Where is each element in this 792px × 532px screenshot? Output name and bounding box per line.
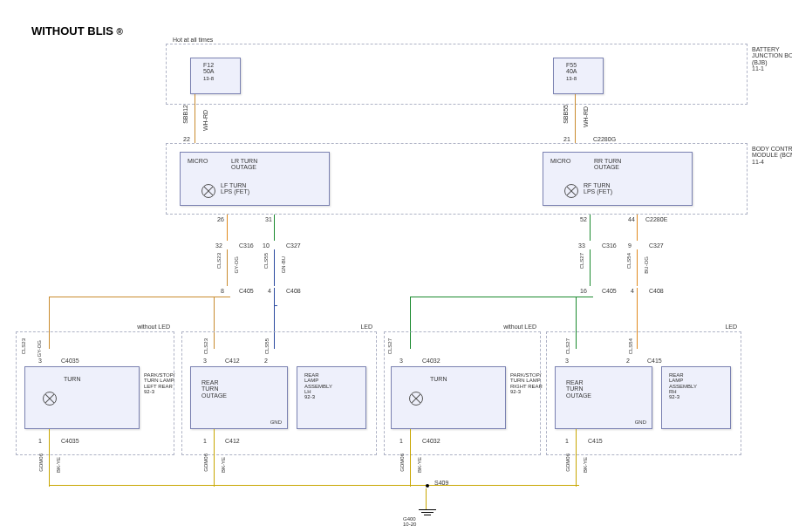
- lbl-cls27b: CLS27: [387, 338, 393, 354]
- pin-1a: 1: [38, 438, 42, 444]
- lbl-cls54c: CLS54: [628, 338, 633, 354]
- diagram-title: WITHOUT BLIS: [31, 24, 113, 38]
- lbl-buog-1: BU-OG: [644, 256, 649, 274]
- pin-16: 16: [580, 288, 587, 294]
- pin-22: 22: [183, 136, 190, 142]
- gnd-wire-2: [214, 429, 217, 487]
- gnd-wire-4: [576, 429, 579, 487]
- rto-l: REAR TURN OUTAGE: [201, 379, 245, 399]
- lbl-cls27: CLS27: [579, 253, 584, 269]
- conn-c4032b: C4032: [422, 438, 440, 444]
- conn-c405l: C405: [239, 288, 254, 294]
- rto-r: REAR TURN OUTAGE: [566, 379, 610, 399]
- bkye-3: BK-YE: [417, 457, 422, 473]
- wire-sbb55: [575, 94, 578, 143]
- lamp-turn-right: TURN PARK/STOP/ TURN LAMP, RIGHT REAR 92…: [391, 366, 506, 429]
- pin-44: 44: [628, 216, 635, 222]
- pin-33: 33: [578, 242, 585, 249]
- ra-rh: REAR LAMP ASSEMBLY RH 92-3: [669, 372, 697, 399]
- rear-turn-outage-l: REAR TURN OUTAGE GND: [190, 366, 288, 429]
- fet-icon-l: [201, 184, 215, 198]
- lbl-gyog-1: GY-OG: [234, 256, 239, 273]
- zone-lbl-2: LED: [360, 324, 372, 330]
- conn-c327r: C327: [649, 242, 664, 249]
- lbl-sbb12: SBB12: [182, 105, 188, 124]
- micro-l: MICRO: [188, 158, 208, 164]
- gnd-bus: [49, 485, 579, 488]
- zone-lbl-1: without LED: [137, 324, 170, 330]
- lbl-cls55c: CLS55: [264, 338, 270, 354]
- bkye-1: BK-YE: [56, 457, 61, 473]
- lbl-cls23b: CLS23: [21, 338, 26, 354]
- bcm-left-block: MICRO LR TURN OUTAGE LF TURN LPS (FET): [180, 152, 330, 206]
- lbl-whrd-r: WH-RD: [583, 106, 589, 127]
- wire-cls54-top: [637, 215, 640, 241]
- registered-mark: ®: [117, 27, 123, 37]
- gnd-wire-1: [49, 429, 52, 487]
- bjb-box: BATTERY JUNCTION BOX (BJB)11-1: [166, 44, 748, 105]
- lbl-cls54: CLS54: [626, 253, 632, 269]
- conn-c405r: C405: [602, 288, 617, 294]
- bjb-title: BATTERY JUNCTION BOX (BJB)11-1: [752, 46, 792, 72]
- bcm-right-block: MICRO RR TURN OUTAGE RF TURN LPS (FET): [543, 152, 693, 206]
- wire-cls55-top: [274, 215, 277, 241]
- conn-c4035b: C4035: [61, 438, 79, 444]
- lr-outage: LR TURN OUTAGE: [231, 158, 273, 171]
- pin-21: 21: [563, 136, 570, 142]
- conn-c415t: C415: [647, 358, 662, 364]
- wire-cls23-mid: [227, 249, 230, 286]
- fet-icon-r: [564, 184, 578, 198]
- gnd-drop: [426, 488, 429, 509]
- pin-1c: 1: [399, 438, 403, 444]
- pin-32: 32: [215, 242, 222, 249]
- ground-symbol: [419, 509, 436, 515]
- lbl-gnbu-1: GN-BU: [281, 256, 286, 273]
- pst-right: PARK/STOP/ TURN LAMP, RIGHT REAR 92-3: [510, 372, 557, 394]
- pin-1d: 1: [565, 438, 569, 444]
- ra-lh: REAR LAMP ASSEMBLY LH 92-3: [304, 372, 332, 399]
- wire-cls55-mid: [274, 249, 277, 286]
- rf-fet: RF TURN LPS (FET): [584, 182, 613, 195]
- pin-31: 31: [265, 216, 272, 222]
- pin-9: 9: [628, 242, 632, 249]
- wire-cls27-mid: [590, 249, 593, 286]
- conn-c415b: C415: [588, 438, 603, 444]
- lbl-sbb55: SBB55: [563, 105, 569, 124]
- lbl-cls27c: CLS27: [565, 338, 570, 354]
- wire-cls54-mid: [637, 249, 640, 286]
- pin-3c: 3: [399, 358, 403, 364]
- lbl-cls55: CLS55: [263, 253, 269, 269]
- conn-c408l: C408: [286, 288, 301, 294]
- lbl-cls23: CLS23: [216, 253, 222, 269]
- hot-label: Hot at all times: [173, 37, 213, 43]
- conn-c327l: C327: [286, 242, 301, 249]
- lamp-icon-r: [409, 392, 423, 406]
- pst-left: PARK/STOP/ TURN LAMP, LEFT REAR 92-3: [144, 372, 191, 394]
- lf-fet: LF TURN LPS (FET): [221, 182, 250, 195]
- splice-s409: [426, 484, 429, 488]
- lbl-turn-r: TURN: [430, 376, 447, 382]
- g400: G40010-20: [403, 516, 416, 528]
- lbl-cls23c: CLS23: [203, 338, 208, 354]
- wire-cls27-top: [590, 215, 593, 241]
- lbl-gdwh-l: WH-RD: [202, 110, 208, 131]
- lamp-turn-left: TURN PARK/STOP/ TURN LAMP, LEFT REAR 92-…: [24, 366, 140, 429]
- rear-assy-lh: REAR LAMP ASSEMBLY LH 92-3: [297, 366, 366, 429]
- conn-c412t: C412: [225, 358, 240, 364]
- fuse-f55: F55 40A 13-8: [553, 58, 604, 94]
- rr-outage: RR TURN OUTAGE: [594, 158, 636, 171]
- zone-lbl-3: without LED: [503, 324, 536, 330]
- micro-r: MICRO: [550, 158, 570, 164]
- pin-4l: 4: [268, 288, 271, 294]
- gnd-l1: GND: [270, 419, 282, 425]
- lamp-icon-l: [43, 392, 57, 406]
- conn-c412b: C412: [225, 438, 240, 444]
- bcm-title: BODY CONTROL MODULE (BCM)11-4: [752, 146, 792, 165]
- pin-10: 10: [263, 242, 270, 249]
- gdm-1: GDM06: [38, 454, 44, 472]
- rear-assy-rh: REAR LAMP ASSEMBLY RH 92-3: [661, 366, 731, 429]
- gdm-4: GDM06: [565, 454, 570, 472]
- conn-c316r: C316: [602, 242, 617, 249]
- pin-3a: 3: [38, 358, 42, 364]
- gdm-2: GDM06: [203, 454, 208, 472]
